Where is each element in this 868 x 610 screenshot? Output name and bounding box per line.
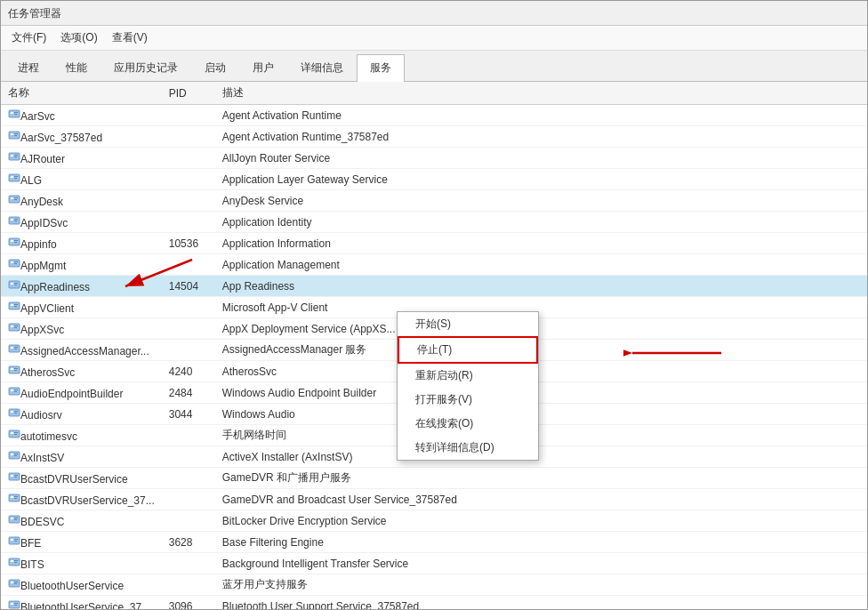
svg-rect-63 xyxy=(14,434,17,435)
service-pid: 3044 xyxy=(162,404,215,425)
service-name-cell: BluetoothUserService xyxy=(1,574,162,596)
svg-rect-78 xyxy=(14,518,18,518)
service-pid: 14504 xyxy=(162,276,215,297)
service-name-cell: BcastDVRUserService_37... xyxy=(1,489,162,510)
svg-rect-83 xyxy=(14,541,17,542)
service-name: AJRouter xyxy=(20,153,65,165)
service-name: BluetoothUserService_37... xyxy=(20,601,150,609)
tab-启动[interactable]: 启动 xyxy=(191,54,239,81)
context-menu-item-open[interactable]: 打开服务(V) xyxy=(398,388,538,412)
service-name: AnyDesk xyxy=(20,196,63,208)
table-row[interactable]: BDESVCBitLocker Drive Encryption Service xyxy=(1,510,867,532)
col-header-pid[interactable]: PID xyxy=(162,82,215,105)
service-name-cell: BDESVC xyxy=(1,510,162,532)
table-row[interactable]: Appinfo10536Application Information xyxy=(1,233,867,254)
svg-rect-6 xyxy=(14,133,18,134)
svg-rect-66 xyxy=(14,453,18,454)
tab-详细信息[interactable]: 详细信息 xyxy=(287,54,357,81)
svg-rect-2 xyxy=(14,112,18,113)
service-name: BDESVC xyxy=(20,516,64,528)
menu-item-选项(O)[interactable]: 选项(O) xyxy=(53,28,104,48)
context-menu-item-stop[interactable]: 停止(T) xyxy=(398,336,538,364)
svg-rect-53 xyxy=(11,389,13,391)
svg-rect-38 xyxy=(14,304,18,305)
service-name: AssignedAccessManager... xyxy=(20,345,149,357)
svg-rect-74 xyxy=(14,496,18,497)
service-name-cell: AxInstSV xyxy=(1,446,162,468)
service-icon xyxy=(8,449,20,462)
svg-rect-93 xyxy=(11,603,13,605)
tab-进程[interactable]: 进程 xyxy=(4,54,52,81)
service-name: ALG xyxy=(20,174,42,187)
table-row[interactable]: BcastDVRUserServiceGameDVR 和广播用户服务 xyxy=(1,468,867,489)
service-pid xyxy=(162,190,215,212)
col-header-name[interactable]: 名称 xyxy=(1,82,162,105)
svg-rect-34 xyxy=(14,283,18,284)
service-name: AxInstSV xyxy=(20,452,64,464)
service-icon xyxy=(8,172,20,184)
service-desc: AppX Deployment Service (AppXS... xyxy=(215,318,867,340)
table-row[interactable]: AppReadiness14504App Readiness xyxy=(1,276,867,297)
context-menu-item-detail[interactable]: 转到详细信息(D) xyxy=(398,436,538,460)
table-row[interactable]: AJRouterAllJoyn Router Service xyxy=(1,148,867,169)
table-row[interactable]: AarSvc_37587edAgent Activation Runtime_3… xyxy=(1,126,867,148)
service-pid xyxy=(162,318,215,340)
tab-性能[interactable]: 性能 xyxy=(52,54,100,81)
tab-用户[interactable]: 用户 xyxy=(239,54,287,81)
menu-item-查看(V)[interactable]: 查看(V) xyxy=(105,28,155,48)
svg-rect-37 xyxy=(11,304,13,306)
svg-rect-89 xyxy=(11,582,13,583)
service-name: autotimesvc xyxy=(20,430,77,443)
service-desc: Application Layer Gateway Service xyxy=(215,169,867,190)
service-pid xyxy=(162,489,215,510)
service-desc: Microsoft App-V Client xyxy=(215,297,867,318)
service-icon xyxy=(8,236,20,248)
service-desc: Agent Activation Runtime xyxy=(215,105,867,126)
svg-rect-13 xyxy=(11,176,13,178)
service-name-cell: AppIDSvc xyxy=(1,212,162,233)
table-row[interactable]: AppIDSvcApplication Identity xyxy=(1,212,867,233)
tab-应用历史记录[interactable]: 应用历史记录 xyxy=(100,54,191,81)
service-desc: Windows Audio xyxy=(215,404,867,425)
svg-rect-55 xyxy=(14,391,17,392)
service-icon xyxy=(8,598,20,609)
service-name: BITS xyxy=(20,558,44,571)
context-menu-item-restart[interactable]: 重新启动(R) xyxy=(398,364,538,388)
service-name: AudioEndpointBuilder xyxy=(20,388,123,400)
service-name-cell: AppXSvc xyxy=(1,318,162,340)
service-pid xyxy=(162,126,215,148)
table-row[interactable]: BluetoothUserService蓝牙用户支持服务 xyxy=(1,574,867,596)
table-row[interactable]: BluetoothUserService_37...3096Bluetooth … xyxy=(1,596,867,610)
table-row[interactable]: AnyDeskAnyDesk Service xyxy=(1,190,867,212)
svg-rect-29 xyxy=(11,261,13,263)
svg-rect-33 xyxy=(11,283,13,285)
svg-rect-22 xyxy=(14,219,18,220)
table-row[interactable]: BcastDVRUserService_37...GameDVR and Bro… xyxy=(1,489,867,510)
table-row[interactable]: BFE3628Base Filtering Engine xyxy=(1,532,867,553)
tab-服务[interactable]: 服务 xyxy=(357,54,405,82)
table-row[interactable]: AppMgmtApplication Management xyxy=(1,254,867,276)
svg-rect-21 xyxy=(11,219,13,221)
table-row[interactable]: AarSvcAgent Activation Runtime xyxy=(1,105,867,126)
svg-rect-59 xyxy=(14,413,17,413)
service-pid xyxy=(162,553,215,574)
table-row[interactable]: BITSBackground Intelligent Transfer Serv… xyxy=(1,553,867,574)
svg-rect-1 xyxy=(11,112,13,114)
svg-rect-26 xyxy=(14,240,18,241)
context-menu-item-search[interactable]: 在线搜索(O) xyxy=(398,412,538,436)
table-row[interactable]: ALGApplication Layer Gateway Service xyxy=(1,169,867,190)
context-menu-item-start[interactable]: 开始(S) xyxy=(398,312,538,336)
title-bar: 任务管理器 xyxy=(1,1,867,26)
service-desc: ActiveX Installer (AxInstSV) xyxy=(215,446,867,468)
service-name-cell: AtherosSvc xyxy=(1,361,162,382)
menu-item-文件(F)[interactable]: 文件(F) xyxy=(4,28,53,48)
svg-rect-47 xyxy=(14,349,17,349)
service-icon xyxy=(8,278,20,291)
svg-rect-46 xyxy=(14,347,18,348)
service-name-cell: BITS xyxy=(1,553,162,574)
service-desc: Base Filtering Engine xyxy=(215,532,867,553)
service-icon xyxy=(8,342,20,355)
col-header-desc[interactable]: 描述 xyxy=(215,82,867,105)
svg-rect-11 xyxy=(14,157,17,157)
service-icon xyxy=(8,364,20,376)
